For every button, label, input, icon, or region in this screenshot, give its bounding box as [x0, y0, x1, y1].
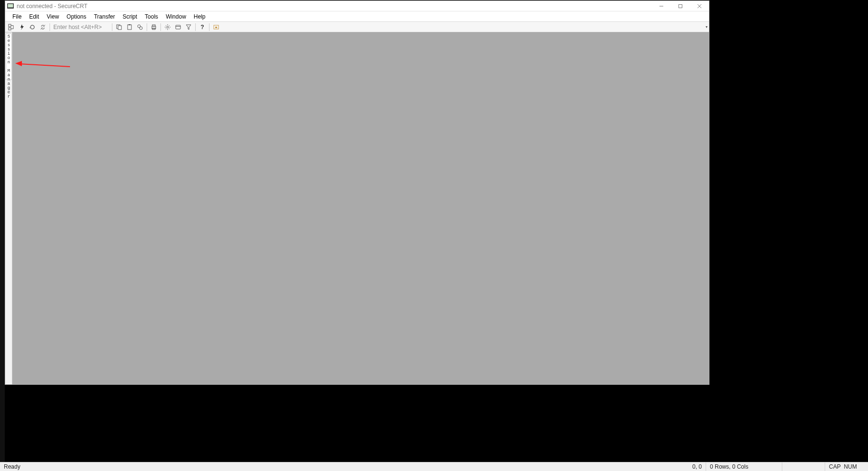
- session-options-icon[interactable]: [173, 22, 183, 32]
- svg-marker-40: [15, 61, 22, 66]
- app-icon: [7, 2, 14, 10]
- menu-transfer[interactable]: Transfer: [90, 12, 119, 21]
- help-icon[interactable]: ?: [198, 22, 207, 32]
- menu-edit[interactable]: Edit: [25, 12, 43, 21]
- svg-point-19: [140, 27, 142, 30]
- svg-line-39: [19, 64, 70, 67]
- svg-text:?: ?: [200, 24, 204, 30]
- toolbar-separator: [147, 23, 147, 31]
- disconnect-icon[interactable]: [38, 22, 48, 32]
- securecrt-window: not connected - SecureCRT File Edit View…: [5, 0, 709, 385]
- toolbar-separator: [50, 23, 50, 31]
- menu-file[interactable]: File: [9, 12, 25, 21]
- status-num-label: NUM: [844, 463, 857, 470]
- svg-line-31: [166, 28, 166, 29]
- menu-window[interactable]: Window: [162, 12, 190, 21]
- svg-line-32: [169, 25, 170, 26]
- statusbar: Ready 0, 0 0 Rows, 0 Cols CAP NUM: [0, 462, 868, 471]
- status-empty: [782, 462, 825, 471]
- svg-rect-22: [152, 25, 155, 26]
- status-cursor-position: 0, 0: [663, 462, 706, 471]
- svg-rect-6: [9, 24, 11, 27]
- maximize-button[interactable]: [671, 1, 690, 11]
- annotation-arrow-icon: [15, 60, 72, 70]
- svg-rect-38: [215, 27, 217, 28]
- menubar: File Edit View Options Transfer Script T…: [5, 11, 709, 22]
- svg-rect-15: [118, 26, 121, 30]
- status-ready: Ready: [0, 462, 24, 471]
- window-controls: [652, 1, 709, 11]
- main-body: Session Manager: [5, 32, 709, 384]
- status-keyboard: CAP NUM: [825, 462, 868, 471]
- toolbar: ? ▾: [5, 22, 709, 32]
- terminal-area[interactable]: [12, 32, 709, 384]
- menu-tools[interactable]: Tools: [141, 12, 162, 21]
- status-caps-label: CAP: [829, 463, 841, 470]
- window-title: not connected - SecureCRT: [17, 3, 88, 10]
- minimize-button[interactable]: [652, 1, 671, 11]
- find-icon[interactable]: [135, 22, 145, 32]
- host-input[interactable]: [51, 23, 110, 31]
- svg-point-24: [167, 26, 169, 28]
- toolbar-separator: [209, 23, 210, 31]
- close-button[interactable]: [690, 1, 709, 11]
- svg-rect-17: [129, 24, 130, 25]
- svg-rect-33: [176, 25, 180, 29]
- status-terminal-size: 0 Rows, 0 Cols: [706, 462, 782, 471]
- toolbar-separator: [112, 23, 112, 31]
- session-manager-label: Session Manager: [8, 34, 10, 99]
- settings-icon[interactable]: [163, 22, 172, 32]
- menu-script[interactable]: Script: [119, 12, 141, 21]
- paste-icon[interactable]: [125, 22, 134, 32]
- svg-line-30: [169, 28, 170, 29]
- menu-options[interactable]: Options: [63, 12, 90, 21]
- toolbar-separator: [195, 23, 196, 31]
- svg-rect-1: [8, 4, 13, 7]
- session-manager-tab[interactable]: Session Manager: [5, 32, 12, 384]
- svg-rect-16: [128, 25, 131, 30]
- toolbar-overflow-icon[interactable]: ▾: [704, 22, 709, 32]
- menu-view[interactable]: View: [43, 12, 63, 21]
- print-icon[interactable]: [149, 22, 159, 32]
- copy-icon[interactable]: [114, 22, 124, 32]
- menu-help[interactable]: Help: [190, 12, 210, 21]
- secure-fx-icon[interactable]: [211, 22, 221, 32]
- svg-rect-7: [9, 28, 11, 30]
- desktop-background-strip: [0, 0, 5, 471]
- titlebar: not connected - SecureCRT: [5, 1, 709, 11]
- connect-icon[interactable]: [7, 22, 16, 32]
- toolbar-separator: [160, 23, 161, 31]
- svg-marker-35: [186, 25, 191, 30]
- session-manager-tab-inner: Session Manager: [6, 33, 12, 80]
- filter-icon[interactable]: [184, 22, 193, 32]
- quick-connect-icon[interactable]: [17, 22, 27, 32]
- svg-line-29: [166, 25, 166, 26]
- svg-rect-3: [679, 4, 682, 8]
- reconnect-icon[interactable]: [28, 22, 37, 32]
- svg-marker-11: [20, 24, 24, 30]
